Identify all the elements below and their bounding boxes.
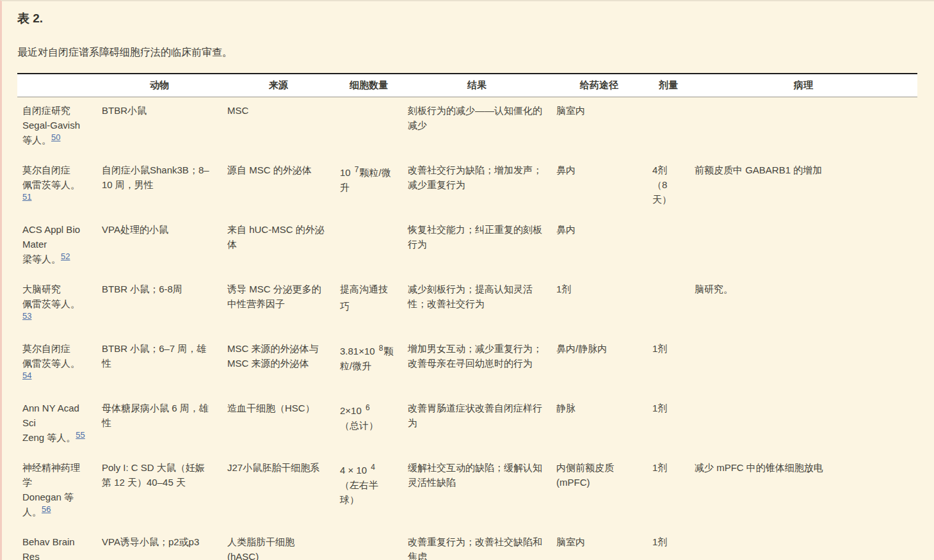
study-name: 神经精神药理学 Donegan 等 人。 — [22, 462, 80, 517]
animal-text: VPA诱导小鼠；p2或p3 — [102, 536, 199, 547]
cell-cell-count — [335, 97, 403, 157]
reference-link[interactable]: 55 — [76, 430, 85, 440]
column-header-cell-count: 细胞数量 — [335, 74, 403, 97]
reference-link[interactable]: 54 — [22, 371, 31, 380]
cell-dose — [647, 97, 689, 157]
source-text: 诱导 MSC 分泌更多的中性营养因子 — [227, 284, 321, 309]
cell-cell-count — [335, 216, 403, 276]
cell-count-exponent: 8 — [379, 344, 383, 353]
cell-cell-count: 提高沟通技巧 — [335, 276, 403, 335]
cell-animal: BTBR 小鼠；6-8周 — [97, 276, 222, 335]
route-text: 内侧前额皮质 (mPFC) — [556, 462, 614, 488]
reference-link[interactable]: 51 — [22, 192, 31, 202]
cell-route: 脑室内 — [551, 97, 647, 157]
source-text: 人类脂肪干细胞 (hASC) — [227, 536, 294, 560]
study-name: Behav Brain Res Ha 等人。 — [22, 536, 75, 560]
cell-dose: 1剂 — [647, 529, 689, 560]
study-name: 大脑研究 佩雷茨等人。 — [22, 284, 80, 309]
results-text: 改善社交行为缺陷；增加发声；减少重复行为 — [408, 164, 542, 190]
cell-route: 静脉 — [551, 395, 647, 454]
table-row: 自闭症研究 Segal-Gavish 等人。50BTBR小鼠MSC刻板行为的减少… — [17, 97, 917, 157]
reference-link[interactable]: 52 — [61, 252, 70, 261]
results-text: 改善重复行为；改善社交缺陷和焦虑 — [408, 536, 542, 560]
table-row: ACS Appl Bio Mater 梁等人。52VPA处理的小鼠来自 hUC-… — [17, 216, 917, 276]
cell-animal: BTBR小鼠 — [97, 97, 222, 157]
cell-pathology — [689, 216, 917, 276]
cell-cell-count: 10 7颗粒/微升 — [335, 157, 403, 216]
cell-route: 鼻内/静脉内 — [551, 335, 647, 395]
source-text: MSC — [227, 105, 248, 116]
results-text: 恢复社交能力；纠正重复的刻板行为 — [408, 224, 542, 250]
header-row: 动物 来源 细胞数量 结果 给药途径 剂量 病理 — [17, 74, 917, 97]
cell-study: ACS Appl Bio Mater 梁等人。52 — [17, 216, 97, 276]
cell-study: 大脑研究 佩雷茨等人。 53 — [17, 276, 97, 335]
route-text: 鼻内 — [556, 164, 576, 175]
reference-link[interactable]: 53 — [22, 311, 31, 321]
cell-route: 内侧前额皮质 (mPFC) — [551, 454, 647, 529]
cell-count-base: 提高沟通技巧 — [340, 284, 388, 312]
cell-cell-count — [335, 529, 403, 560]
cell-results: 恢复社交能力；纠正重复的刻板行为 — [403, 216, 551, 276]
table-row: 莫尔自闭症 佩雷茨等人。 51自闭症小鼠Shank3B；8–10 周，男性源自 … — [17, 157, 917, 216]
cell-dose: 1剂 — [647, 395, 689, 454]
cell-source: MSC 来源的外泌体与MSC 来源的外泌体 — [222, 335, 335, 395]
dose-text: 1剂 — [652, 343, 667, 354]
route-text: 1剂 — [556, 284, 571, 294]
table-row: 大脑研究 佩雷茨等人。 53BTBR 小鼠；6-8周诱导 MSC 分泌更多的中性… — [17, 276, 917, 335]
dose-text: 1剂 — [652, 536, 667, 547]
cell-dose — [647, 216, 689, 276]
cell-route: 鼻内 — [551, 157, 647, 216]
cell-pathology — [689, 395, 917, 454]
animal-text: BTBR小鼠 — [102, 105, 147, 116]
column-header-animal: 动物 — [97, 74, 222, 97]
table-row: Behav Brain Res Ha 等人。57VPA诱导小鼠；p2或p3人类脂… — [17, 529, 917, 560]
cell-count-base: 4 × 10 — [340, 465, 369, 476]
animal-text: 母体糖尿病小鼠 6 周，雄性 — [102, 403, 209, 428]
animal-text: 自闭症小鼠Shank3B；8–10 周，男性 — [102, 164, 209, 190]
cell-study: Behav Brain Res Ha 等人。57 — [17, 529, 97, 560]
source-text: J27小鼠胚胎干细胞系 — [227, 462, 319, 473]
column-header-pathology: 病理 — [689, 74, 917, 97]
cell-results: 缓解社交互动的缺陷；缓解认知灵活性缺陷 — [403, 454, 551, 529]
cell-dose: 1剂 — [647, 335, 689, 395]
column-header-dose: 剂量 — [647, 74, 689, 97]
dose-text: 4剂（8 天） — [652, 164, 672, 205]
cell-pathology: 减少 mPFC 中的锥体细胞放电 — [689, 454, 917, 529]
cell-animal: 母体糖尿病小鼠 6 周，雄性 — [97, 395, 222, 454]
cell-source: 诱导 MSC 分泌更多的中性营养因子 — [222, 276, 335, 335]
animal-text: Poly I: C SD 大鼠（妊娠第 12 天）40–45 天 — [102, 462, 205, 488]
cell-source: J27小鼠胚胎干细胞系 — [222, 454, 335, 529]
cell-count-base: 10 — [340, 167, 353, 178]
column-header-study — [17, 74, 97, 97]
route-text: 静脉 — [556, 403, 576, 413]
cell-study: 神经精神药理学 Donegan 等 人。56 — [17, 454, 97, 529]
study-name: 莫尔自闭症 佩雷茨等人。 — [22, 343, 80, 369]
reference-link[interactable]: 56 — [42, 504, 51, 514]
cell-count-exponent: 4 — [371, 463, 375, 472]
cell-results: 增加男女互动；减少重复行为；改善母亲在寻回幼崽时的行为 — [403, 335, 551, 395]
cell-source: 造血干细胞（HSC） — [222, 395, 335, 454]
dose-text: 1剂 — [652, 462, 667, 473]
pathology-text: 脑研究。 — [695, 284, 733, 294]
cell-study: 莫尔自闭症 佩雷茨等人。 54 — [17, 335, 97, 395]
reference-link[interactable]: 50 — [51, 132, 60, 142]
cell-count-base: 2×10 — [340, 405, 364, 416]
table-row: 神经精神药理学 Donegan 等 人。56Poly I: C SD 大鼠（妊娠… — [17, 454, 917, 529]
animal-text: BTBR 小鼠；6–7 周，雄性 — [102, 343, 206, 369]
cell-pathology — [689, 529, 917, 560]
cell-route: 脑室内 — [551, 529, 647, 560]
cell-pathology: 前额皮质中 GABARB1 的增加 — [689, 157, 917, 216]
results-text: 刻板行为的减少——认知僵化的减少 — [408, 105, 542, 131]
cell-dose: 1剂 — [647, 454, 689, 529]
table-title: 表 2. — [17, 10, 919, 27]
article-table-section: 表 2. 最近对自闭症谱系障碍细胞疗法的临床前审查。 动物 来源 细胞数量 结果… — [2, 1, 934, 560]
animal-text: BTBR 小鼠；6-8周 — [102, 284, 182, 294]
cell-count-base: 3.81×10 — [340, 346, 378, 356]
cell-pathology — [689, 335, 917, 395]
preclinical-review-table: 动物 来源 细胞数量 结果 给药途径 剂量 病理 自闭症研究 Segal-Gav… — [17, 73, 917, 560]
cell-count-exponent: 6 — [366, 403, 370, 412]
source-text: 来自 hUC-MSC 的外泌体 — [227, 224, 325, 250]
results-text: 缓解社交互动的缺陷；缓解认知灵活性缺陷 — [408, 462, 542, 488]
cell-results: 刻板行为的减少——认知僵化的减少 — [403, 97, 551, 157]
cell-animal: VPA诱导小鼠；p2或p3 — [97, 529, 222, 560]
